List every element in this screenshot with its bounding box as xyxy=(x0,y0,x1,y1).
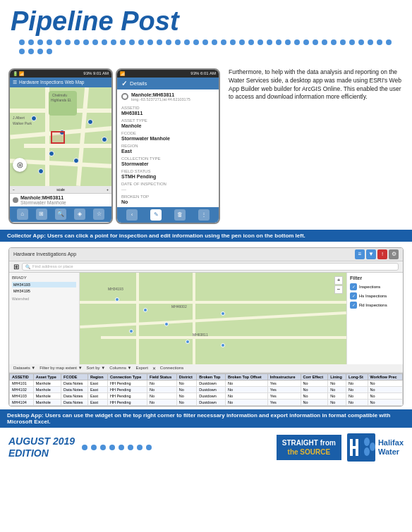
filter-item-inspections: ✓ Inspections xyxy=(350,283,400,290)
road-v1 xyxy=(136,273,139,364)
desktop-body: BRADY MH34193 MH34195 Watershed xyxy=(9,273,403,364)
sidebar-location: Watershed xyxy=(12,297,76,301)
filter-check-1[interactable]: ✓ xyxy=(350,283,357,290)
dot xyxy=(175,39,181,45)
filter-extent-btn[interactable]: Filter by map extent ▼ xyxy=(40,366,82,370)
zoom-in-btn[interactable]: + xyxy=(107,187,109,192)
export-btn[interactable]: Export xyxy=(136,366,148,370)
filter-title: Filter xyxy=(350,276,400,280)
page-title: Pipeline Post xyxy=(11,7,401,37)
datasets-btn[interactable]: Datasets ▼ xyxy=(13,366,35,370)
hamburger-desktop-icon[interactable]: ≡ xyxy=(355,249,365,259)
search-icon: 🔍 xyxy=(25,264,30,269)
description-text: Furthermore, to help with the data analy… xyxy=(229,68,404,102)
detail-circle-icon xyxy=(121,93,128,100)
location-button[interactable]: ◎ xyxy=(13,158,27,172)
dot xyxy=(111,39,116,45)
footer-dot xyxy=(100,445,106,450)
table-row: MH4101 Manhole Data Notes East HH Pendin… xyxy=(10,380,403,386)
settings-desktop-icon[interactable]: ⚙ xyxy=(389,249,399,259)
sidebar-item1[interactable]: MH34193 xyxy=(12,282,76,287)
dot xyxy=(276,39,281,45)
phone2-nav-bar: ✓ Details xyxy=(117,78,219,89)
dot xyxy=(74,39,80,45)
halifax-water-logo: Halifax Water xyxy=(347,433,404,462)
dot xyxy=(358,39,364,45)
filter-check-3[interactable]: ✓ xyxy=(350,302,357,309)
halifax-water-icon xyxy=(347,433,375,462)
bookmark-icon[interactable]: ☆ xyxy=(93,209,104,220)
sidebar-item2[interactable]: MH34195 xyxy=(12,288,76,294)
dot xyxy=(221,39,226,45)
manhole-detail-coords: long:-63.5237271,lat:44.62103175 xyxy=(131,97,190,101)
more-btn[interactable]: ⋮ xyxy=(198,209,210,221)
phone1-map-area: ◎ Chelmsfu Highlands El. J.Albert Walker… xyxy=(10,87,111,186)
columns-btn[interactable]: Columns ▼ xyxy=(109,366,131,370)
filter-check-2[interactable]: ✓ xyxy=(350,292,357,299)
search-icon-btn[interactable]: 🔍 xyxy=(55,209,66,220)
footer-date-line2: EDITION xyxy=(8,447,75,459)
detail-field-fcode: FCODE Stormwater Manhole xyxy=(121,131,214,141)
back-btn[interactable]: ‹ xyxy=(126,209,138,221)
dot xyxy=(239,39,245,45)
manhole-label-text: Manhole:MH63811 Stormwater Manhole xyxy=(20,195,66,205)
hw-line2: Water xyxy=(378,447,404,457)
dot xyxy=(56,39,61,45)
details-body: Manhole:MH63811 long:-63.5237271,lat:44.… xyxy=(117,89,219,207)
edit-pencil-btn[interactable]: ✎ xyxy=(150,209,162,221)
collector-caption-text: Collector App: Users can click a point f… xyxy=(7,233,305,239)
search-bar[interactable]: 🔍 Find address or place xyxy=(22,263,399,271)
col-fcode: FCODE xyxy=(61,373,88,380)
filter-item-hs: ✓ Hs Inspections xyxy=(350,292,400,299)
manhole-details-info: Manhole:MH63811 long:-63.5237271,lat:44.… xyxy=(131,92,190,101)
col-workflow: Workflow Prec xyxy=(368,373,403,380)
detail-field-assetid: ASSETID MH63811 xyxy=(121,106,214,116)
connections-btn[interactable]: Connections xyxy=(160,366,183,370)
dot xyxy=(322,39,327,45)
dot xyxy=(138,39,144,45)
map-label: Chelmsfu xyxy=(52,93,67,97)
collect-icon[interactable]: ◈ xyxy=(74,209,85,220)
desktop-map-dot xyxy=(129,329,133,333)
dot xyxy=(147,39,153,45)
check-icon[interactable]: ✓ xyxy=(121,80,127,87)
hamburger-icon[interactable]: ☰ xyxy=(13,80,17,85)
sort-btn[interactable]: Sort by ▼ xyxy=(87,366,106,370)
zoom-out-btn[interactable]: − xyxy=(334,285,343,294)
straight-line2: the SOURCE xyxy=(282,447,336,457)
phone2-status-bar: 📶 93% 6:01 AM xyxy=(117,70,219,78)
col-infra: Infrastructure xyxy=(267,373,301,380)
phone2-status-left: 📶 xyxy=(120,71,125,76)
dot xyxy=(349,39,355,45)
footer-dot xyxy=(91,445,97,450)
search-placeholder: Find address or place xyxy=(32,264,73,268)
page-footer: AUGUST 2019 EDITION STRAIGHT from the SO… xyxy=(0,428,412,467)
home-icon[interactable]: ⌂ xyxy=(17,209,28,220)
delete-btn[interactable]: 🗑 xyxy=(174,209,186,221)
filter-label-3: Rd Inspections xyxy=(359,303,387,307)
phone1-status-right: 93% 9:01 AM xyxy=(83,71,109,75)
map-scale: scale xyxy=(56,187,65,192)
manhole-circle-icon xyxy=(13,197,18,203)
straight-line1: STRAIGHT from xyxy=(282,438,336,447)
layers-icon[interactable]: ⊞ xyxy=(36,209,47,220)
zoom-in-btn[interactable]: + xyxy=(334,276,343,285)
alert-icon[interactable]: ! xyxy=(377,249,387,259)
footer-date: AUGUST 2019 EDITION xyxy=(8,435,75,459)
layers-desktop-icon[interactable]: ⊞ xyxy=(13,263,19,271)
halifax-water-text: Halifax Water xyxy=(378,438,404,457)
map-label4: Walker Park xyxy=(13,121,32,125)
close-table-btn[interactable]: ✕ xyxy=(152,366,156,371)
filter-desktop-icon[interactable]: ▼ xyxy=(366,249,376,259)
road-v2 xyxy=(193,273,195,364)
sidebar-label: BRADY xyxy=(12,276,76,280)
straight-source-box: STRAIGHT from the SOURCE xyxy=(277,435,341,460)
description-text-panel: Furthermore, to help with the data analy… xyxy=(226,68,404,224)
zoom-out-btn[interactable]: − xyxy=(13,187,15,192)
filter-panel: Filter ✓ Inspections ✓ Hs Inspections ✓ … xyxy=(346,273,403,364)
manhole-detail-id: Manhole:MH63811 xyxy=(131,92,190,97)
detail-field-collection: COLLECTION TYPE Stormwater xyxy=(121,156,214,166)
dot xyxy=(303,39,309,45)
road-h1 xyxy=(80,301,346,304)
desktop-map-dot xyxy=(221,311,225,316)
